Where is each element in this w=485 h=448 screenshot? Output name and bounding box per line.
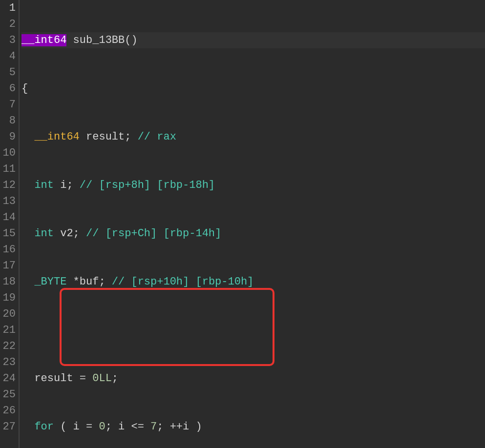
token: *buf; [66, 276, 111, 288]
line-number: 19 [0, 290, 16, 306]
line-number: 13 [0, 193, 16, 209]
line-number-gutter: 1 2 3 4 5 6 7 8 9 10 11 12 13 14 15 16 1… [0, 0, 20, 448]
line-number: 18 [0, 274, 16, 290]
token: for [34, 421, 54, 433]
token: ( i = [54, 421, 99, 433]
token [21, 179, 34, 191]
token: result = [21, 372, 92, 385]
token: result; [80, 131, 138, 143]
line-number: 27 [0, 419, 16, 435]
token [21, 227, 34, 240]
token: sub_13BB [66, 34, 125, 46]
token: 0 [99, 421, 105, 433]
token [21, 421, 34, 433]
token: 0LL [92, 372, 112, 385]
token: 7 [150, 421, 157, 433]
token: i; [54, 179, 80, 191]
line-number: 17 [0, 258, 16, 274]
code-editor[interactable]: 1 2 3 4 5 6 7 8 9 10 11 12 13 14 15 16 1… [0, 0, 485, 448]
line-number: 2 [0, 16, 16, 32]
line-number: 3 [0, 32, 16, 48]
line-number: 7 [0, 97, 16, 113]
token: { [21, 82, 28, 95]
line-number: 24 [0, 370, 16, 387]
code-line[interactable]: { [21, 81, 485, 97]
line-number: 25 [0, 387, 16, 403]
code-line[interactable]: int i; // [rsp+8h] [rbp-18h] [21, 177, 485, 193]
token: // [rsp+Ch] [rbp-14h] [86, 227, 221, 240]
line-number: 10 [0, 145, 16, 161]
code-line[interactable]: __int64 result; // rax [21, 129, 485, 145]
line-number: 26 [0, 403, 16, 419]
selection: __int64 [21, 34, 66, 46]
line-number: 21 [0, 322, 16, 338]
line-number: 4 [0, 48, 16, 64]
line-number: 9 [0, 129, 16, 145]
token: // [rsp+10h] [rbp-10h] [112, 276, 253, 288]
line-number: 12 [0, 177, 16, 193]
code-line[interactable]: for ( i = 0; i <= 7; ++i ) [21, 419, 485, 435]
token: _BYTE [34, 276, 66, 288]
code-line[interactable]: __int64 sub_13BB() [21, 32, 485, 48]
token [21, 276, 34, 288]
line-number: 20 [0, 306, 16, 322]
token: int [34, 179, 54, 191]
code-line[interactable]: _BYTE *buf; // [rsp+10h] [rbp-10h] [21, 274, 485, 290]
line-number: 14 [0, 209, 16, 225]
token [21, 131, 34, 143]
line-number: 5 [0, 64, 16, 81]
code-line[interactable]: result = 0LL; [21, 370, 485, 387]
token: // [rsp+8h] [rbp-18h] [80, 179, 215, 191]
token: ; i <= [105, 421, 150, 433]
line-number: 16 [0, 242, 16, 258]
token: () [125, 34, 137, 46]
code-line[interactable]: int v2; // [rsp+Ch] [rbp-14h] [21, 225, 485, 242]
code-line[interactable] [21, 322, 485, 338]
token: int [34, 227, 54, 240]
line-number: 8 [0, 113, 16, 129]
line-number: 6 [0, 81, 16, 97]
line-number: 11 [0, 161, 16, 177]
line-number: 1 [0, 0, 16, 16]
token: __int64 [34, 131, 79, 143]
token: ; ++i ) [157, 421, 202, 433]
token: ; [112, 372, 118, 385]
line-number: 23 [0, 354, 16, 370]
token: // rax [138, 131, 176, 143]
line-number: 22 [0, 338, 16, 354]
code-area[interactable]: __int64 sub_13BB() { __int64 result; // … [20, 0, 485, 448]
line-number: 15 [0, 225, 16, 242]
token: v2; [54, 227, 86, 240]
